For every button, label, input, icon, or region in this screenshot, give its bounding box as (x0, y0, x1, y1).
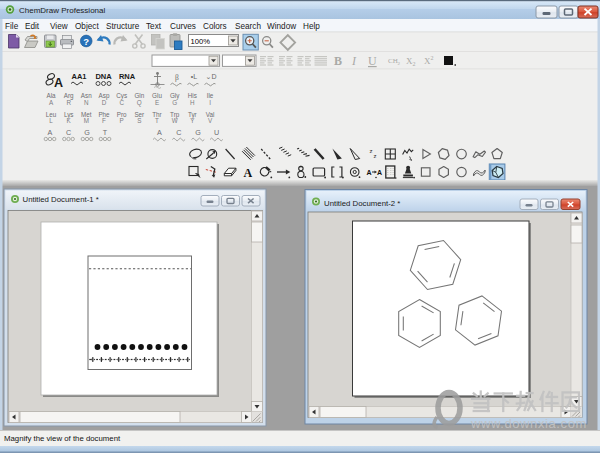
svg-text:W: W (172, 117, 178, 124)
svg-text:U: U (368, 54, 377, 68)
svg-text:A: A (48, 128, 53, 137)
svg-text:L: L (49, 117, 53, 124)
svg-text:CH: CH (388, 57, 398, 65)
svg-text:F: F (102, 117, 106, 124)
svg-text:D: D (102, 99, 107, 106)
svg-text:⌄D: ⌄D (206, 73, 217, 80)
svg-text:Magnify the view of the docume: Magnify the view of the document (4, 434, 121, 443)
svg-text:z: z (370, 148, 373, 154)
svg-text:A: A (377, 169, 382, 176)
svg-text:P: P (120, 117, 124, 124)
svg-text:R: R (66, 99, 71, 106)
svg-text:T: T (155, 117, 159, 124)
svg-text:Window: Window (267, 22, 296, 31)
svg-text:File: File (5, 22, 19, 31)
svg-text:Text: Text (146, 22, 162, 31)
svg-text:Colors: Colors (203, 22, 227, 31)
svg-text:100%: 100% (191, 37, 211, 46)
svg-text:G: G (172, 99, 177, 106)
svg-text:M: M (84, 117, 89, 124)
svg-text:T: T (103, 128, 108, 137)
svg-text:2: 2 (431, 55, 434, 61)
svg-text:N: N (84, 99, 89, 106)
svg-text:U: U (214, 128, 219, 137)
svg-text:Structure: Structure (106, 22, 140, 31)
svg-text:B: B (334, 54, 342, 68)
svg-text:A: A (367, 169, 372, 176)
svg-text:A: A (157, 128, 162, 137)
svg-text:S: S (137, 117, 141, 124)
svg-text:β: β (175, 73, 179, 82)
svg-text:C: C (119, 99, 124, 106)
svg-text:DNA: DNA (95, 72, 112, 81)
svg-text:C: C (66, 128, 71, 137)
svg-text:RNA: RNA (119, 72, 136, 81)
svg-text:Edit: Edit (25, 22, 40, 31)
svg-text:2: 2 (413, 61, 416, 67)
svg-text:Search: Search (235, 22, 261, 31)
svg-text:Untitled Document-1 *: Untitled Document-1 * (23, 195, 99, 204)
svg-text:www.downxia.com: www.downxia.com (470, 416, 587, 431)
svg-text:I: I (209, 99, 211, 106)
svg-text:•L: •L (191, 73, 197, 80)
svg-text:?: ? (83, 36, 89, 47)
svg-text:z: z (374, 153, 377, 159)
svg-text:Q: Q (137, 99, 142, 107)
svg-text:C: C (176, 128, 181, 137)
svg-text:E: E (155, 99, 159, 106)
svg-text:Curves: Curves (170, 22, 196, 31)
svg-text:Help: Help (303, 22, 320, 31)
svg-text:Untitled Document-2 *: Untitled Document-2 * (324, 199, 400, 208)
svg-text:View: View (50, 22, 68, 31)
svg-text:H: H (190, 99, 195, 106)
svg-text:G: G (84, 128, 90, 137)
svg-text:A: A (54, 76, 63, 90)
svg-text:Object: Object (75, 22, 99, 31)
svg-text:G: G (195, 128, 201, 137)
svg-text:ChemDraw Professional: ChemDraw Professional (19, 6, 105, 15)
svg-text:AA1: AA1 (71, 72, 86, 81)
svg-text:A: A (244, 166, 253, 180)
